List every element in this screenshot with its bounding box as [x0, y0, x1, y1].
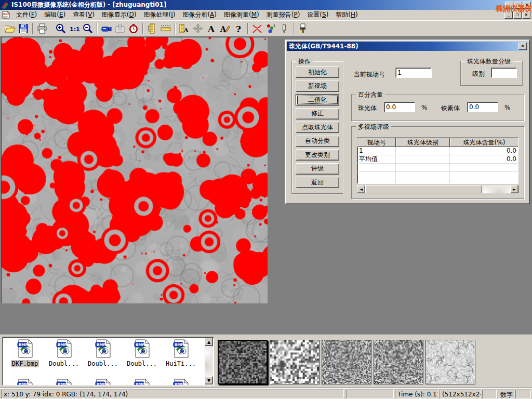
menu-item-e[interactable]: 编辑(E) [41, 10, 69, 19]
table-row[interactable] [357, 180, 518, 184]
toolbar-curve-cut-icon[interactable] [250, 22, 264, 35]
table-cell [357, 172, 396, 180]
toolbar-measure-scale-icon[interactable]: A [178, 22, 191, 35]
file-item[interactable]: BMPDoubl... [124, 339, 160, 367]
file-name[interactable]: DKF.bmp [11, 360, 39, 367]
file-item-partial[interactable]: BMP [163, 379, 199, 385]
op-button-4[interactable]: 修正 [296, 108, 339, 119]
op-button-5[interactable]: 点取珠光体 [296, 122, 339, 133]
toolbar-brush-icon[interactable] [296, 22, 310, 35]
menu-item-f[interactable]: 文件(F) [12, 10, 41, 19]
ferrite-input[interactable]: 0.0 [467, 102, 498, 112]
table-header[interactable]: 珠光体含量(%) [450, 138, 518, 147]
file-item-partial[interactable]: BMP [85, 379, 121, 385]
scrollbar-thumb[interactable] [365, 185, 482, 193]
op-button-6[interactable]: 自动分类 [296, 136, 339, 147]
bmp-file-icon: BMP [172, 339, 190, 358]
toolbar-pen-icon[interactable] [277, 22, 291, 35]
scroll-left-icon[interactable]: ◄ [357, 185, 365, 193]
menu-item-d[interactable]: 图像显示(D) [98, 10, 140, 19]
file-name[interactable]: Doubl... [126, 360, 158, 367]
vendor-watermark: 株洲仪器仪表 [496, 4, 532, 14]
svg-text:BMP: BMP [175, 382, 183, 385]
toolbar-camera-icon[interactable] [113, 22, 127, 35]
file-item[interactable]: BMPDoubl... [85, 339, 121, 367]
table-header[interactable]: 珠光体级别 [396, 138, 450, 147]
thumbnail-image[interactable] [425, 340, 475, 384]
op-button-9[interactable]: 返回 [296, 177, 339, 188]
table-row[interactable]: 平均值0.0 [357, 155, 518, 164]
table-cell [450, 180, 518, 184]
op-button-7[interactable]: 更改类别 [296, 149, 339, 161]
table-cell: 平均值 [357, 155, 396, 163]
toolbar-help-icon[interactable]: ? [232, 22, 245, 35]
toolbar-timer-icon[interactable] [127, 22, 140, 35]
rating-table[interactable]: 视场号珠光体级别珠光体含量(%)铁素体含量(%)10.0平均值0.0 [357, 137, 518, 184]
scroll-up-icon[interactable]: ▲ [205, 338, 213, 346]
title-bar: IS100显微摄像系统(金相分析版) - [zhuguangti01] _ ❐ … [0, 0, 532, 10]
menu-item-p[interactable]: 测量报告(P) [263, 10, 304, 19]
table-row[interactable] [357, 164, 518, 172]
file-name[interactable]: Doubl... [87, 360, 119, 367]
toolbar-open-icon[interactable] [3, 22, 17, 35]
menu-item-s[interactable]: 设置(S) [303, 10, 332, 19]
toolbar-caliper-icon[interactable] [145, 22, 159, 35]
menu-item-i[interactable]: 图像处理(I) [140, 10, 179, 19]
table-row[interactable] [357, 172, 518, 180]
svg-text:A: A [183, 27, 189, 34]
toolbar-count-points-icon[interactable]: 3 [264, 22, 277, 35]
table-cell [357, 180, 396, 184]
pearlite-label: 珠光体 [358, 104, 377, 113]
thumbnail-image[interactable] [218, 340, 268, 384]
table-header[interactable]: 视场号 [357, 138, 396, 147]
menu-item-m[interactable]: 图像测量(M) [220, 10, 263, 19]
file-item[interactable]: BMPDoubl... [46, 339, 82, 367]
toolbar-video-camera-icon[interactable] [100, 22, 113, 35]
scroll-right-icon[interactable]: ► [510, 185, 518, 193]
svg-text:BMP: BMP [97, 382, 105, 385]
table-cell: 1 [357, 147, 396, 155]
status-blank-2 [482, 390, 497, 398]
toolbar-zoom-out-icon[interactable] [81, 22, 95, 35]
toolbar-text-edit-icon[interactable]: A [218, 22, 232, 35]
toolbar-save-icon[interactable] [17, 22, 30, 35]
pearlite-input[interactable]: 0.0 [384, 102, 415, 112]
thumbnail-image[interactable] [374, 340, 423, 384]
scroll-down-icon[interactable]: ▼ [205, 376, 213, 384]
toolbar-move-icon[interactable] [191, 22, 205, 35]
document-icon[interactable]: DOC [2, 11, 10, 19]
grade-input[interactable] [491, 68, 517, 78]
table-horizontal-scrollbar[interactable]: ◄ ► [357, 185, 518, 193]
file-list-scrollbar[interactable]: ▲ ▼ [205, 338, 213, 384]
file-item[interactable]: BMPHuiTi... [163, 339, 199, 367]
status-bar: x: 510 y: 79 idx: 0 RGB: (174, 174, 174)… [0, 388, 532, 399]
file-list[interactable]: BMPDKF.bmp BMPDoubl... BMPDoubl... BMPDo… [2, 337, 214, 385]
toolbar-print-icon[interactable] [35, 22, 49, 35]
op-button-2[interactable]: 新视场 [296, 81, 339, 92]
op-button-1[interactable]: 初始化 [296, 66, 339, 78]
toolbar-zoom-in-icon[interactable] [54, 22, 68, 35]
file-name[interactable]: Doubl... [48, 360, 80, 367]
menu-item-v[interactable]: 查看(V) [69, 10, 98, 19]
menu-item-a[interactable]: 图像分析(A) [179, 10, 220, 19]
table-row[interactable]: 10.0 [357, 147, 518, 155]
file-item-partial[interactable]: BMP [124, 379, 160, 385]
toolbar-ruler-icon[interactable] [159, 22, 172, 35]
file-name[interactable]: HuiTi... [165, 360, 197, 367]
op-button-8[interactable]: 评级 [296, 163, 339, 175]
dialog-title-bar[interactable]: 珠光体(GB/T9441-88) × [287, 42, 528, 51]
file-item[interactable]: BMPDKF.bmp [7, 339, 43, 367]
bmp-file-icon: BMP [133, 379, 151, 385]
current-field-input[interactable]: 1 [395, 68, 432, 78]
file-item-partial[interactable]: BMP [7, 379, 43, 385]
toolbar-text-icon[interactable]: A [205, 22, 218, 35]
toolbar-actual-size-icon[interactable]: 1:1 [68, 22, 81, 35]
op-button-3[interactable]: 二值化 [296, 94, 339, 105]
thumbnail-image[interactable] [270, 340, 320, 384]
file-item-partial[interactable]: BMP [46, 379, 82, 385]
thumbnail-image[interactable] [322, 340, 371, 384]
dialog-close-button[interactable]: × [518, 43, 527, 50]
menu-item-h[interactable]: 帮助(H) [332, 10, 361, 19]
table-cell: 0.0 [450, 147, 518, 155]
metallographic-image[interactable] [1, 37, 268, 303]
